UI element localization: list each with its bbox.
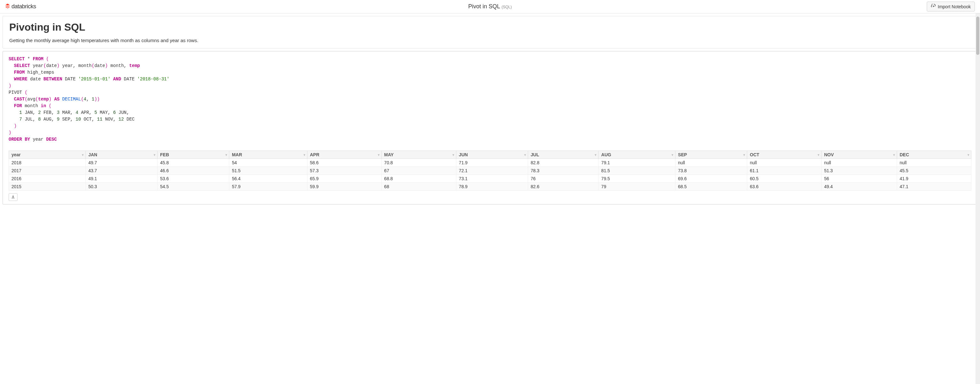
- column-label: NOV: [824, 152, 834, 157]
- column-header[interactable]: OCT▾: [747, 151, 821, 159]
- token-num: 7: [19, 117, 22, 122]
- table-cell: 72.1: [456, 167, 528, 175]
- table-cell: 71.9: [456, 159, 528, 167]
- table-cell: 69.6: [675, 175, 747, 183]
- table-row[interactable]: 201550.354.557.959.96878.982.67968.563.6…: [9, 183, 971, 191]
- table-cell: 46.6: [158, 167, 229, 175]
- table-cell: 59.9: [307, 183, 382, 191]
- markdown-cell[interactable]: Pivoting in SQL Getting the monthly aver…: [3, 16, 977, 48]
- download-button[interactable]: [9, 193, 18, 201]
- column-label: APR: [310, 152, 320, 157]
- sort-icon[interactable]: ▾: [893, 153, 895, 156]
- column-label: AUG: [601, 152, 611, 157]
- code-cell[interactable]: SELECT * FROM ( SELECT year(date) year, …: [3, 51, 977, 204]
- token-kw: BY: [25, 137, 30, 142]
- table-row[interactable]: 201649.153.656.465.968.873.17679.569.660…: [9, 175, 971, 183]
- table-cell: 76: [528, 175, 598, 183]
- table-cell: null: [821, 159, 897, 167]
- token-kw: in: [41, 104, 46, 108]
- token-num: 9: [57, 117, 59, 122]
- sort-icon[interactable]: ▾: [595, 153, 597, 156]
- brand-logo[interactable]: databricks: [5, 3, 36, 10]
- table-cell: 53.6: [158, 175, 229, 183]
- table-header-row: year▾JAN▾FEB▾MAR▾APR▾MAY▾JUN▾JUL▾AUG▾SEP…: [9, 151, 971, 159]
- table-cell: 47.1: [897, 183, 971, 191]
- token-kw: WHERE: [14, 76, 27, 82]
- table-cell: 49.4: [821, 183, 897, 191]
- column-header[interactable]: AUG▾: [598, 151, 675, 159]
- table-cell: 82.6: [528, 183, 598, 191]
- token-ident: avg: [27, 97, 35, 102]
- table-cell: null: [675, 159, 747, 167]
- table-cell: 41.9: [897, 175, 971, 183]
- sort-icon[interactable]: ▾: [82, 153, 84, 156]
- sort-icon[interactable]: ▾: [226, 153, 227, 156]
- table-cell: 82.8: [528, 159, 598, 167]
- table-cell: 49.1: [86, 175, 157, 183]
- sort-icon[interactable]: ▾: [818, 153, 819, 156]
- table-cell: 70.8: [382, 159, 456, 167]
- column-header[interactable]: JUL▾: [528, 151, 598, 159]
- table-cell: null: [747, 159, 821, 167]
- table-cell: 57.9: [229, 183, 307, 191]
- token-paren: ): [57, 63, 59, 68]
- column-header[interactable]: NOV▾: [821, 151, 897, 159]
- token-paren: (: [43, 63, 46, 68]
- table-cell: 2016: [9, 175, 86, 183]
- token-kw: AND: [113, 76, 121, 82]
- scrollbar-thumb[interactable]: [976, 17, 979, 55]
- table-body: 201849.745.85458.670.871.982.879.1nullnu…: [9, 159, 971, 191]
- table-cell: 73.8: [675, 167, 747, 175]
- token-num: 1: [19, 110, 22, 115]
- sort-icon[interactable]: ▾: [967, 153, 969, 156]
- sort-icon[interactable]: ▾: [743, 153, 745, 156]
- column-header[interactable]: MAY▾: [382, 151, 456, 159]
- token-paren: (: [46, 56, 49, 62]
- token-kw: DESC: [46, 137, 57, 142]
- sort-icon[interactable]: ▾: [524, 153, 526, 156]
- token-paren: ): [9, 83, 11, 88]
- table-cell: 57.3: [307, 167, 382, 175]
- token-paren: )): [94, 97, 100, 102]
- table-cell: 54.5: [158, 183, 229, 191]
- vertical-scrollbar[interactable]: [975, 13, 980, 210]
- table-cell: 78.3: [528, 167, 598, 175]
- md-heading: Pivoting in SQL: [9, 21, 971, 33]
- token-num: 4: [76, 110, 78, 115]
- column-header[interactable]: JAN▾: [86, 151, 157, 159]
- column-header[interactable]: DEC▾: [897, 151, 971, 159]
- token-kw: SELECT: [14, 63, 30, 68]
- column-label: MAR: [232, 152, 242, 157]
- table-row[interactable]: 201743.746.651.557.36772.178.381.573.861…: [9, 167, 971, 175]
- column-header[interactable]: MAR▾: [229, 151, 307, 159]
- token-num: 11: [97, 117, 102, 122]
- sort-icon[interactable]: ▾: [453, 153, 454, 156]
- column-label: JUL: [531, 152, 539, 157]
- table-cell: 61.1: [747, 167, 821, 175]
- table-cell: null: [897, 159, 971, 167]
- import-label: Import Notebook: [938, 4, 971, 9]
- result-table: year▾JAN▾FEB▾MAR▾APR▾MAY▾JUN▾JUL▾AUG▾SEP…: [9, 151, 971, 191]
- token-num: 1: [92, 97, 94, 102]
- token-num: 8: [38, 117, 40, 122]
- sort-icon[interactable]: ▾: [304, 153, 305, 156]
- sort-icon[interactable]: ▾: [154, 153, 155, 156]
- sort-icon[interactable]: ▾: [378, 153, 380, 156]
- column-label: DEC: [900, 152, 909, 157]
- column-header[interactable]: JUN▾: [456, 151, 528, 159]
- table-cell: 60.5: [747, 175, 821, 183]
- column-label: OCT: [750, 152, 759, 157]
- column-label: JAN: [88, 152, 97, 157]
- column-label: FEB: [160, 152, 169, 157]
- table-row[interactable]: 201849.745.85458.670.871.982.879.1nullnu…: [9, 159, 971, 167]
- import-notebook-button[interactable]: Import Notebook: [927, 2, 975, 11]
- token-kw: BETWEEN: [43, 76, 62, 82]
- token-kw: FROM: [33, 56, 44, 62]
- sort-icon[interactable]: ▾: [671, 153, 673, 156]
- column-header[interactable]: year▾: [9, 151, 86, 159]
- column-header[interactable]: FEB▾: [158, 151, 229, 159]
- column-header[interactable]: SEP▾: [675, 151, 747, 159]
- column-header[interactable]: APR▾: [307, 151, 382, 159]
- sql-code-block[interactable]: SELECT * FROM ( SELECT year(date) year, …: [3, 51, 977, 147]
- token-kw: CAST: [14, 97, 25, 102]
